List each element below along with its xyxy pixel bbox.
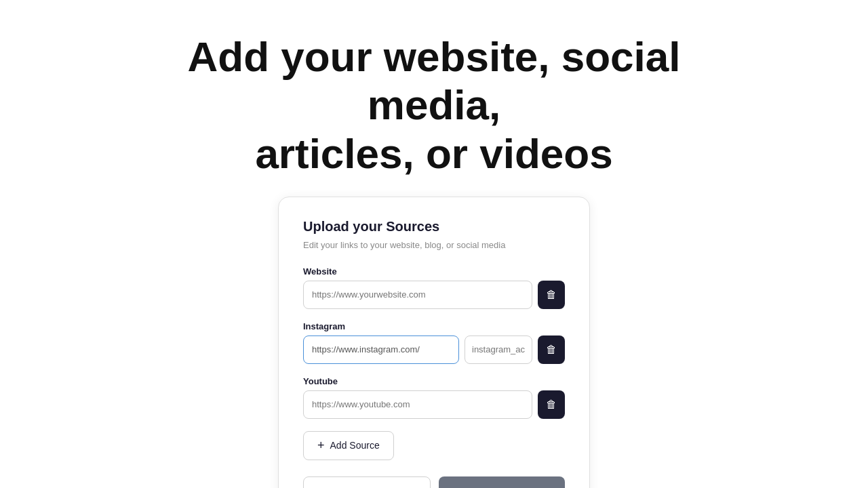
upload-sources-card: Upload your Sources Edit your links to y… <box>278 197 590 488</box>
action-row: Cancel Create <box>303 476 565 488</box>
website-delete-button[interactable]: 🗑 <box>538 281 565 309</box>
trash-icon: 🗑 <box>546 289 557 301</box>
page-title: Add your website, social media, articles… <box>129 33 739 178</box>
instagram-field-group: Instagram 🗑 <box>303 321 565 364</box>
add-source-label: Add Source <box>330 440 380 451</box>
instagram-account-input[interactable] <box>465 336 532 364</box>
trash-icon: 🗑 <box>546 344 557 356</box>
youtube-input[interactable] <box>303 390 532 419</box>
instagram-label: Instagram <box>303 321 565 331</box>
plus-icon: + <box>317 439 325 453</box>
cancel-button[interactable]: Cancel <box>303 476 431 488</box>
website-input[interactable] <box>303 281 532 309</box>
youtube-row: 🗑 <box>303 390 565 419</box>
website-label: Website <box>303 266 565 277</box>
trash-icon: 🗑 <box>546 399 557 411</box>
create-button[interactable]: Create <box>439 476 565 488</box>
instagram-url-input[interactable] <box>303 336 459 364</box>
youtube-delete-button[interactable]: 🗑 <box>538 390 565 419</box>
website-row: 🗑 <box>303 281 565 309</box>
website-field-group: Website 🗑 <box>303 266 565 309</box>
youtube-label: Youtube <box>303 376 565 386</box>
youtube-field-group: Youtube 🗑 <box>303 376 565 419</box>
card-subtitle: Edit your links to your website, blog, o… <box>303 240 565 250</box>
card-title: Upload your Sources <box>303 219 565 235</box>
instagram-row: 🗑 <box>303 336 565 364</box>
add-source-button[interactable]: + Add Source <box>303 431 394 460</box>
instagram-delete-button[interactable]: 🗑 <box>538 336 565 364</box>
